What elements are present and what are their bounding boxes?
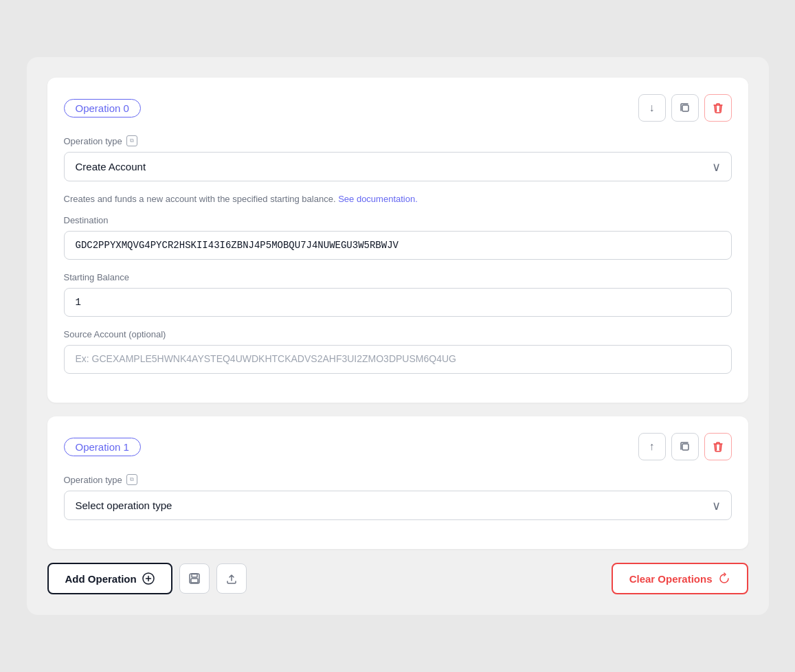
destination-field-0: Destination (64, 215, 732, 260)
svg-rect-1 (682, 444, 688, 450)
starting-balance-label-0: Starting Balance (64, 272, 732, 282)
clear-operations-button[interactable]: Clear Operations (612, 563, 748, 594)
see-documentation-link-0[interactable]: See documentation. (338, 194, 418, 204)
operation-type-field-0: Operation type ⧉ Create Account Payment … (64, 135, 732, 181)
refresh-icon (718, 572, 730, 585)
clear-operations-label: Clear Operations (629, 573, 713, 585)
operation-1-badge: Operation 1 (64, 438, 141, 456)
source-account-field-0: Source Account (optional) (64, 329, 732, 374)
operation-1-header: Operation 1 ↑ (64, 433, 732, 460)
upload-button[interactable] (216, 563, 247, 594)
operation-1-actions: ↑ (638, 433, 732, 460)
destination-input-0[interactable] (64, 231, 732, 260)
starting-balance-field-0: Starting Balance (64, 272, 732, 317)
operation-type-select-0[interactable]: Create Account Payment Path Payment Stri… (64, 152, 732, 181)
svg-rect-5 (191, 579, 198, 583)
delete-button-0[interactable] (704, 94, 732, 122)
add-operation-label: Add Operation (65, 573, 137, 585)
operation-type-select-1[interactable]: Select operation type Create Account Pay… (64, 491, 732, 520)
operation-card-1: Operation 1 ↑ Operation type (47, 416, 748, 549)
add-operation-button[interactable]: Add Operation (47, 563, 172, 594)
operation-type-select-wrapper-0: Create Account Payment Path Payment Stri… (64, 152, 732, 181)
footer-actions: Add Operation Clear Operations (47, 563, 748, 594)
operation-description-0: Creates and funds a new account with the… (64, 194, 732, 204)
operation-0-actions: ↓ (638, 94, 732, 122)
page-wrapper: Operation 0 ↓ Operation type (27, 57, 769, 615)
operation-0-header: Operation 0 ↓ (64, 94, 732, 122)
operation-type-field-1: Operation type ⧉ Select operation type C… (64, 474, 732, 520)
save-button[interactable] (179, 563, 210, 594)
destination-label-0: Destination (64, 215, 732, 225)
copy-icon-1: ⧉ (126, 474, 137, 485)
operation-type-select-wrapper-1: Select operation type Create Account Pay… (64, 491, 732, 520)
move-down-button-0[interactable]: ↓ (638, 94, 666, 122)
operation-0-badge: Operation 0 (64, 99, 141, 117)
source-account-label-0: Source Account (optional) (64, 329, 732, 339)
starting-balance-input-0[interactable] (64, 288, 732, 317)
operation-card-0: Operation 0 ↓ Operation type (47, 78, 748, 403)
plus-circle-icon (142, 572, 155, 585)
move-up-button-1[interactable]: ↑ (638, 433, 666, 460)
delete-button-1[interactable] (704, 433, 732, 460)
duplicate-button-0[interactable] (671, 94, 699, 122)
source-account-input-0[interactable] (64, 345, 732, 374)
svg-rect-0 (682, 105, 688, 111)
operation-type-label-1: Operation type ⧉ (64, 474, 732, 485)
copy-icon-0: ⧉ (126, 135, 137, 146)
operation-type-label-0: Operation type ⧉ (64, 135, 732, 146)
save-icon (188, 572, 201, 585)
duplicate-button-1[interactable] (671, 433, 699, 460)
upload-icon (225, 572, 238, 585)
